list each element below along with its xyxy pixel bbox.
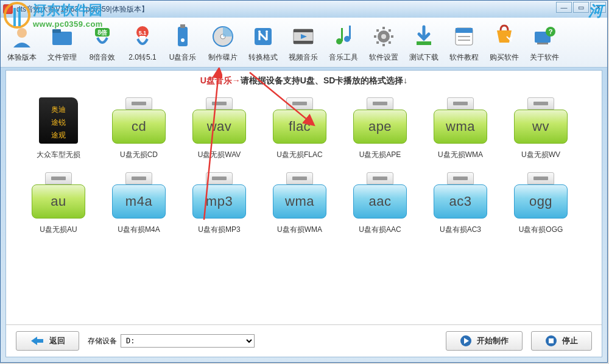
window-title: dts音效大师V14.63【pc0359|体验版本】	[16, 4, 149, 15]
storage-row: 存储设备 D:	[88, 334, 255, 348]
usb-body-text: mp3	[192, 184, 246, 219]
tool-soft-tutorial[interactable]: 软件教程	[444, 20, 484, 66]
format-wav[interactable]: wav U盘无损WAV	[179, 94, 259, 169]
stop-icon	[545, 335, 557, 347]
tool-convert-format[interactable]: 转换格式	[243, 20, 283, 66]
format-wma[interactable]: wma U盘无损WMA	[420, 94, 501, 169]
svg-text:8倍: 8倍	[97, 29, 107, 36]
tool-usb-music[interactable]: U盘音乐	[163, 20, 203, 66]
storage-select[interactable]: D:	[121, 334, 255, 348]
instruction-rest: 请根据设备支持U盘、SD卡播放的格式选择↓	[241, 75, 408, 85]
svg-point-0	[17, 28, 27, 38]
usb-icon: ac3	[432, 172, 488, 220]
titlebar: dts音效大师V14.63【pc0359|体验版本】 — ▭ ✕	[1, 1, 607, 18]
usb-icon: ape	[352, 97, 408, 145]
tool-file-manage[interactable]: 文件管理	[42, 20, 82, 66]
arrow-left-icon	[30, 335, 44, 346]
format-label: U盘有损OGG	[519, 225, 563, 235]
usb-icon: wma	[272, 172, 328, 220]
format-label: U盘有损M4A	[118, 225, 160, 235]
usb-icon: au	[30, 172, 86, 220]
svg-rect-8	[178, 27, 188, 46]
start-button[interactable]: 开始制作	[446, 331, 523, 351]
format-m4a[interactable]: m4a U盘有损M4A	[99, 169, 179, 243]
svg-rect-23	[349, 26, 351, 39]
tool-buy-software[interactable]: 购买软件	[484, 20, 524, 66]
format-cd[interactable]: cd U盘无损CD	[99, 94, 179, 169]
usb-icon: ogg	[513, 172, 569, 220]
buy-software-icon	[491, 23, 518, 50]
svg-point-10	[181, 38, 185, 42]
sdcard-icon: 奥迪 途锐 途观	[30, 97, 86, 145]
format-ape[interactable]: ape U盘无损APE	[340, 94, 420, 169]
tool-label: 文件管理	[48, 52, 77, 63]
tool-soft-settings[interactable]: 软件设置	[364, 20, 404, 66]
format-label: U盘有损MP3	[198, 225, 240, 235]
svg-rect-21	[341, 28, 343, 41]
svg-rect-30	[374, 35, 376, 38]
convert-format-icon	[250, 23, 276, 50]
usb-body-text: au	[32, 184, 85, 219]
instruction-prefix: U盘音乐→	[200, 75, 241, 85]
format-label: U盘无损APE	[359, 150, 401, 160]
svg-rect-9	[180, 24, 185, 28]
format-label: U盘有损AC3	[440, 225, 481, 235]
svg-rect-1	[52, 32, 72, 45]
format-mp3[interactable]: mp3 U盘有损MP3	[179, 169, 259, 243]
tool-test-download[interactable]: 测试下载	[404, 20, 444, 66]
format-grid: 奥迪 途锐 途观 大众车型无损 cd U盘无损CD wav U盘无损WAV fl…	[6, 91, 602, 246]
minimize-button[interactable]: —	[556, 2, 572, 13]
usb-body-text: wma	[273, 184, 326, 219]
soft-tutorial-icon	[451, 23, 477, 50]
back-button[interactable]: 返回	[16, 331, 79, 351]
tool-trial-version[interactable]: 体验版本	[2, 20, 42, 66]
svg-point-16	[266, 30, 268, 33]
usb-body-text: cd	[112, 110, 166, 144]
format-label: U盘无损AU	[40, 225, 77, 235]
soft-settings-icon	[370, 23, 397, 50]
tool-label: 8倍音效	[90, 52, 116, 63]
instruction-text: U盘音乐→请根据设备支持U盘、SD卡播放的格式选择↓	[6, 71, 602, 91]
tool-label: U盘音乐	[169, 52, 197, 63]
trial-version-icon	[9, 23, 35, 50]
format-wv[interactable]: wv U盘无损WV	[501, 94, 581, 169]
stop-button[interactable]: 停止	[531, 331, 592, 351]
tool-make-disc[interactable]: 制作碟片	[203, 20, 243, 66]
format-wma2[interactable]: wma U盘有损WMA	[259, 169, 340, 243]
svg-rect-32	[382, 27, 385, 29]
tool-music-tools[interactable]: 音乐工具	[323, 20, 364, 66]
app-icon	[3, 4, 13, 14]
usb-icon: wma	[432, 97, 488, 145]
svg-rect-19	[294, 41, 313, 44]
usb-body-text: ogg	[514, 184, 568, 219]
watermark-corner: 河	[588, 1, 603, 21]
tool-label: 制作碟片	[208, 52, 238, 63]
usb-body-text: wma	[434, 110, 487, 144]
format-aac[interactable]: aac U盘有损AAC	[340, 169, 420, 243]
tool-2to51[interactable]: 5.1 2.0转5.1	[122, 20, 163, 66]
usb-icon: aac	[352, 172, 408, 220]
back-label: 返回	[49, 335, 65, 346]
format-flac[interactable]: flac U盘无损FLAC	[259, 94, 340, 169]
svg-point-15	[258, 30, 261, 33]
usb-music-icon	[169, 23, 196, 50]
maximize-button[interactable]: ▭	[573, 2, 589, 13]
usb-icon: m4a	[111, 172, 167, 220]
format-au[interactable]: au U盘无损AU	[18, 169, 99, 243]
usb-icon: flac	[272, 97, 328, 145]
svg-rect-26	[391, 35, 393, 38]
svg-rect-31	[376, 29, 379, 32]
tool-video-music[interactable]: 视频音乐	[283, 20, 323, 66]
app-window: dts音效大师V14.63【pc0359|体验版本】 — ▭ ✕ 体验版本 文件…	[0, 0, 608, 363]
tool-about-software[interactable]: ? 关于软件	[524, 20, 565, 66]
format-ac3[interactable]: ac3 U盘有损AC3	[420, 169, 501, 243]
svg-rect-2	[52, 29, 61, 33]
start-label: 开始制作	[477, 335, 509, 346]
tool-8x-sound[interactable]: 8倍 8倍音效	[82, 20, 122, 66]
svg-rect-29	[376, 41, 379, 44]
format-ogg[interactable]: ogg U盘有损OGG	[501, 169, 581, 243]
sdcard-item[interactable]: 奥迪 途锐 途观 大众车型无损	[18, 94, 99, 169]
svg-rect-27	[389, 41, 391, 44]
usb-body-text: wv	[514, 110, 568, 144]
svg-text:5.1: 5.1	[139, 30, 147, 36]
